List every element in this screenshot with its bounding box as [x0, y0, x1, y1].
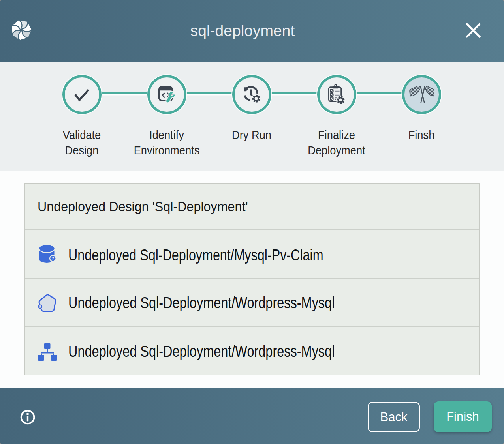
svg-text:?: ?	[51, 256, 54, 260]
